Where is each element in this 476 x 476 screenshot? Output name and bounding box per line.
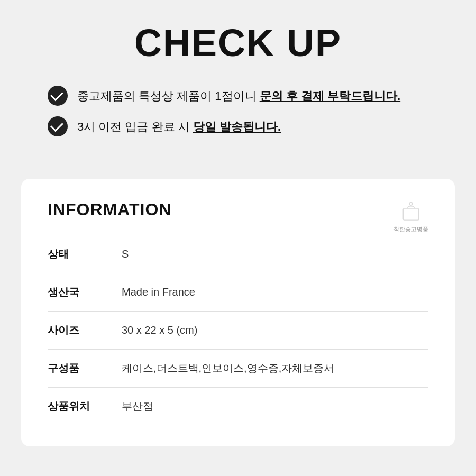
info-label-4: 상품위치 — [48, 388, 116, 426]
check-items-list: 중고제품의 특성상 제품이 1점이니 문의 후 결제 부탁드립니다. 3시 이전… — [32, 86, 444, 136]
check-icon-2 — [48, 116, 68, 136]
info-label-0: 상태 — [48, 235, 116, 273]
svg-point-1 — [409, 202, 413, 205]
table-row: 상태S — [48, 235, 428, 273]
info-label-3: 구성품 — [48, 350, 116, 388]
check-item-2: 3시 이전 입금 완료 시 당일 발송됩니다. — [48, 116, 444, 136]
check-item-2-bold: 당일 발송됩니다. — [193, 120, 281, 133]
table-row: 상품위치부산점 — [48, 388, 428, 426]
info-value-3: 케이스,더스트백,인보이스,영수증,자체보증서 — [116, 350, 428, 388]
info-value-4: 부산점 — [116, 388, 428, 426]
top-section: CHECK UP 중고제품의 특성상 제품이 1점이니 문의 후 결제 부탁드립… — [0, 0, 476, 163]
brand-logo-text: 착한중고명품 — [393, 225, 428, 233]
info-value-0: S — [116, 235, 428, 273]
brand-logo-icon — [399, 200, 423, 223]
information-card: 착한중고명품 INFORMATION 상태S생산국Made in France사… — [21, 179, 455, 446]
check-icon-1 — [48, 86, 68, 106]
info-label-1: 생산국 — [48, 273, 116, 312]
info-label-2: 사이즈 — [48, 312, 116, 350]
page-title: CHECK UP — [32, 21, 444, 65]
check-item-2-text: 3시 이전 입금 완료 시 당일 발송됩니다. — [77, 118, 281, 135]
table-row: 생산국Made in France — [48, 273, 428, 312]
check-item-1: 중고제품의 특성상 제품이 1점이니 문의 후 결제 부탁드립니다. — [48, 86, 444, 106]
info-value-1: Made in France — [116, 273, 428, 312]
information-table: 상태S생산국Made in France사이즈30 x 22 x 5 (cm)구… — [48, 235, 428, 425]
info-value-2: 30 x 22 x 5 (cm) — [116, 312, 428, 350]
check-item-1-bold: 문의 후 결제 부탁드립니다. — [260, 89, 400, 103]
svg-rect-0 — [403, 208, 418, 220]
information-section: 착한중고명품 INFORMATION 상태S생산국Made in France사… — [0, 163, 476, 468]
information-title: INFORMATION — [48, 200, 428, 219]
brand-logo: 착한중고명품 — [393, 200, 428, 233]
check-item-1-text: 중고제품의 특성상 제품이 1점이니 문의 후 결제 부탁드립니다. — [77, 87, 400, 105]
table-row: 구성품케이스,더스트백,인보이스,영수증,자체보증서 — [48, 350, 428, 388]
table-row: 사이즈30 x 22 x 5 (cm) — [48, 312, 428, 350]
